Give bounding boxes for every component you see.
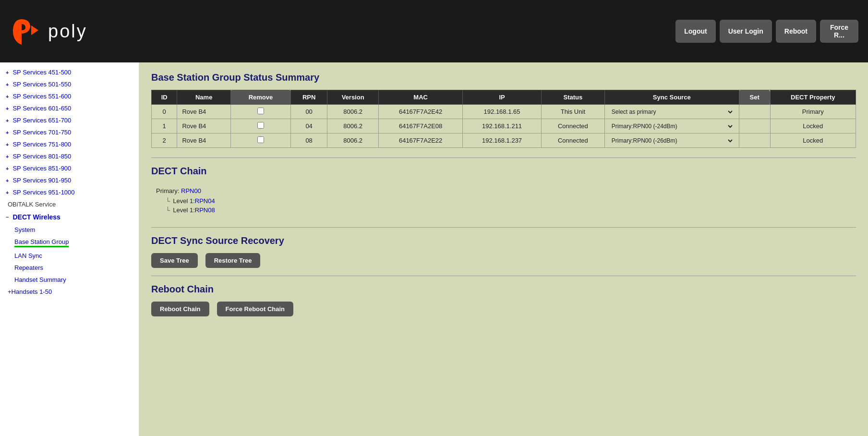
logout-button[interactable]: Logout — [675, 20, 715, 43]
expand-icon: + — [6, 82, 9, 87]
col-mac: MAC — [379, 90, 463, 105]
sidebar-item-sp-901-950[interactable]: + SP Services 901-950 — [0, 174, 139, 186]
divider-1 — [151, 157, 856, 158]
cell-remove[interactable] — [230, 119, 290, 133]
expand-icon: + — [6, 142, 9, 147]
save-tree-button[interactable]: Save Tree — [151, 253, 198, 268]
cell-remove[interactable] — [230, 133, 290, 148]
sidebar-item-sp-701-750[interactable]: + SP Services 701-750 — [0, 126, 139, 138]
sidebar-item-label: SP Services 601-650 — [12, 105, 71, 112]
sidebar-item-label: LAN Sync — [14, 252, 42, 259]
sidebar-item-label: SP Services 451-500 — [12, 69, 71, 76]
user-login-button[interactable]: User Login — [720, 20, 772, 43]
sidebar-item-handset-summary[interactable]: Handset Summary — [0, 274, 139, 286]
col-remove: Remove — [230, 90, 290, 105]
sidebar-item-repeaters[interactable]: Repeaters — [0, 262, 139, 274]
sidebar-item-label: Handset Summary — [14, 276, 66, 283]
collapse-icon: − — [6, 214, 9, 220]
sidebar-item-base-station-group[interactable]: Base Station Group — [0, 236, 139, 250]
remove-checkbox[interactable] — [257, 136, 264, 143]
dect-chain-content: Primary: RPN00 Level 1: RPN04 Level 1: R… — [151, 183, 856, 219]
reboot-chain-buttons: Reboot Chain Force Reboot Chain — [151, 302, 856, 316]
expand-icon: + — [6, 190, 9, 195]
sidebar-item-obitalk[interactable]: OBiTALK Service — [0, 198, 139, 210]
chain-level-2: Level 1: RPN08 — [166, 206, 856, 214]
header-buttons: Logout User Login Reboot Force R... — [675, 20, 858, 43]
cell-version: 8006.2 — [327, 133, 379, 148]
sidebar-item-sp-451-500[interactable]: + SP Services 451-500 — [0, 66, 139, 78]
primary-rpn-link[interactable]: RPN00 — [181, 187, 201, 194]
sidebar-item-sp-951-1000[interactable]: + SP Services 951-1000 — [0, 186, 139, 198]
cell-mac: 64167F7A2E42 — [379, 105, 463, 119]
reboot-chain-button[interactable]: Reboot Chain — [151, 302, 209, 316]
cell-sync-source[interactable]: Primary:RPN00 (-24dBm) — [604, 119, 739, 133]
sidebar-item-lan-sync[interactable]: LAN Sync — [0, 250, 139, 262]
cell-rpn: 08 — [291, 133, 327, 148]
expand-icon: + — [6, 154, 9, 159]
header: poly Logout User Login Reboot Force R... — [0, 0, 868, 62]
sidebar-item-sp-501-550[interactable]: + SP Services 501-550 — [0, 78, 139, 90]
col-status: Status — [541, 90, 604, 105]
sync-recovery-title: DECT Sync Source Recovery — [151, 235, 856, 246]
reboot-button[interactable]: Reboot — [776, 20, 816, 43]
chain-level-1: Level 1: RPN04 — [166, 197, 856, 205]
expand-icon: + — [6, 106, 9, 111]
cell-sync-source[interactable]: Primary:RPN00 (-26dBm) — [604, 133, 739, 148]
force-reboot-button[interactable]: Force R... — [820, 20, 858, 43]
sidebar-section-dect-wireless[interactable]: − DECT Wireless — [0, 210, 139, 224]
section-label: DECT Wireless — [12, 213, 60, 221]
cell-version: 8006.2 — [327, 119, 379, 133]
sidebar-item-label: SP Services 801-850 — [12, 153, 71, 160]
sidebar-item-handsets-1-50[interactable]: + Handsets 1-50 — [0, 286, 139, 298]
col-rpn: RPN — [291, 90, 327, 105]
cell-set — [739, 119, 770, 133]
sidebar-item-sp-601-650[interactable]: + SP Services 601-650 — [0, 102, 139, 114]
table-row: 0 Rove B4 00 8006.2 64167F7A2E42 192.168… — [152, 105, 856, 119]
remove-checkbox[interactable] — [257, 122, 264, 129]
page-title: Base Station Group Status Summary — [151, 72, 856, 83]
cell-set — [739, 105, 770, 119]
sync-source-select[interactable]: Select as primary — [610, 108, 734, 116]
cell-status: This Unit — [541, 105, 604, 119]
sidebar-item-system[interactable]: System — [0, 224, 139, 236]
chain-primary: Primary: RPN00 — [156, 187, 856, 194]
cell-status: Connected — [541, 119, 604, 133]
expand-icon: + — [6, 70, 9, 75]
sidebar-item-sp-851-900[interactable]: + SP Services 851-900 — [0, 162, 139, 174]
level-label: Level 1: — [173, 197, 195, 205]
sidebar-item-sp-751-800[interactable]: + SP Services 751-800 — [0, 138, 139, 150]
table-row: 2 Rove B4 08 8006.2 64167F7A2E22 192.168… — [152, 133, 856, 148]
expand-icon: + — [6, 130, 9, 135]
sidebar-item-label: SP Services 551-600 — [12, 93, 71, 100]
sidebar: + SP Services 451-500 + SP Services 501-… — [0, 62, 139, 436]
cell-mac: 64167F7A2E08 — [379, 119, 463, 133]
expand-icon: + — [6, 118, 9, 123]
sidebar-item-label: SP Services 651-700 — [12, 117, 71, 124]
expand-icon: + — [6, 166, 9, 171]
level-rpn-link-2[interactable]: RPN08 — [195, 206, 215, 214]
sidebar-item-sp-651-700[interactable]: + SP Services 651-700 — [0, 114, 139, 126]
sidebar-item-sp-551-600[interactable]: + SP Services 551-600 — [0, 90, 139, 102]
cell-mac: 64167F7A2E22 — [379, 133, 463, 148]
sidebar-item-label: SP Services 501-550 — [12, 81, 71, 88]
cell-dect-property: Locked — [770, 133, 856, 148]
expand-icon: + — [8, 288, 12, 295]
cell-remove[interactable] — [230, 105, 290, 119]
force-reboot-chain-button[interactable]: Force Reboot Chain — [217, 302, 294, 316]
col-sync-source: Sync Source — [604, 90, 739, 105]
cell-status: Connected — [541, 133, 604, 148]
sidebar-item-sp-801-850[interactable]: + SP Services 801-850 — [0, 150, 139, 162]
cell-ip: 192.168.1.237 — [463, 133, 542, 148]
dect-chain-title: DECT Chain — [151, 166, 856, 177]
sidebar-item-label: SP Services 701-750 — [12, 129, 71, 136]
level-rpn-link-1[interactable]: RPN04 — [195, 197, 215, 205]
sync-source-select[interactable]: Primary:RPN00 (-24dBm) — [610, 122, 734, 130]
cell-sync-source[interactable]: Select as primary — [604, 105, 739, 119]
cell-id: 1 — [152, 119, 177, 133]
cell-rpn: 04 — [291, 119, 327, 133]
remove-checkbox[interactable] — [257, 108, 264, 114]
col-set: Set — [739, 90, 770, 105]
col-id: ID — [152, 90, 177, 105]
sync-source-select[interactable]: Primary:RPN00 (-26dBm) — [610, 137, 734, 145]
restore-tree-button[interactable]: Restore Tree — [205, 253, 261, 268]
